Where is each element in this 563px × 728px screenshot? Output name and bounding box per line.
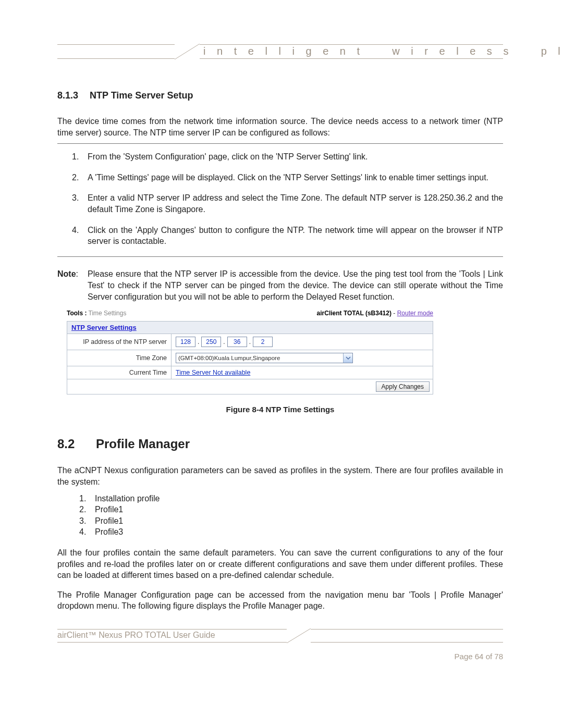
footer-doc-title: airClient™ Nexus PRO TOTAL User Guide <box>57 631 215 640</box>
note-block: Note: Please ensure that the NTP server … <box>57 268 503 303</box>
figure-ntp-settings: Tools : Time Settings airClient TOTAL (s… <box>57 310 503 414</box>
section82-para2: All the four profiles contain the same d… <box>57 547 503 581</box>
list-item: Profile3 <box>95 526 503 538</box>
note-body: Please ensure that the NTP server IP is … <box>88 268 503 303</box>
ip-octet-2[interactable] <box>201 337 221 347</box>
heading-82: 8.2Profile Manager <box>57 437 503 451</box>
step-item: Enter a valid NTP server IP address and … <box>88 192 503 215</box>
heading-title: NTP Time Server Setup <box>90 90 193 101</box>
heading-number: 8.2 <box>57 437 96 451</box>
intro-paragraph: The device time comes from the network t… <box>57 116 503 138</box>
label-ip: IP address of the NTP server <box>67 334 172 350</box>
label-timezone: Time Zone <box>67 350 172 366</box>
page-header: i n t e l l i g e n t w i r e l e s s p … <box>57 44 503 59</box>
divider <box>57 143 503 144</box>
step-item: A 'Time Settings' page will be displayed… <box>88 172 503 183</box>
page-content: i n t e l l i g e n t w i r e l e s s p … <box>57 44 503 617</box>
note-label: Note <box>57 269 76 278</box>
step-item: From the 'System Configuration' page, cl… <box>88 151 503 163</box>
ip-octet-4[interactable] <box>253 337 273 347</box>
breadcrumb-tools: Tools : <box>67 310 87 317</box>
list-item: Profile1 <box>95 504 503 515</box>
label-current-time: Current Time <box>67 366 172 379</box>
heading-813: 8.1.3NTP Time Server Setup <box>57 90 503 101</box>
steps-list: From the 'System Configuration' page, cl… <box>57 151 503 247</box>
section82-intro: The aCNPT Nexus configuration parameters… <box>57 465 503 487</box>
svg-line-1 <box>287 628 311 643</box>
router-mode-link[interactable]: Router mode <box>397 310 433 317</box>
header-tagline: i n t e l l i g e n t w i r e l e s s p … <box>203 45 503 57</box>
settings-table: NTP Server Settings IP address of the NT… <box>67 321 433 394</box>
apply-changes-button[interactable]: Apply Changes <box>376 381 430 392</box>
embedded-ui: Tools : Time Settings airClient TOTAL (s… <box>67 310 433 394</box>
page-footer: airClient™ Nexus PRO TOTAL User Guide Pa… <box>57 629 503 643</box>
section82-para3: The Profile Manager Configuration page c… <box>57 589 503 612</box>
footer-page-number: Page 64 of 78 <box>455 652 503 661</box>
breadcrumb: Tools : Time Settings <box>67 310 126 317</box>
timezone-value: (GMT+08:00)Kuala Lumpur,Singapore <box>176 355 343 361</box>
svg-line-0 <box>175 44 200 59</box>
heading-title: Profile Manager <box>96 437 190 451</box>
current-time-value[interactable]: Time Server Not available <box>176 369 250 376</box>
ip-input-group: . . . <box>176 337 429 347</box>
profiles-list: Installation profile Profile1 Profile1 P… <box>57 493 503 538</box>
divider <box>57 256 503 257</box>
chevron-down-icon <box>343 353 352 363</box>
list-item: Profile1 <box>95 515 503 527</box>
ip-octet-3[interactable] <box>227 337 247 347</box>
list-item: Installation profile <box>95 493 503 504</box>
product-name: airClient TOTAL (sB3412) <box>317 310 391 317</box>
ntp-server-settings-link[interactable]: NTP Server Settings <box>71 324 137 331</box>
step-item: Click on the 'Apply Changes' button to c… <box>88 225 503 247</box>
device-mode: airClient TOTAL (sB3412) - Router mode <box>317 310 433 317</box>
breadcrumb-page: Time Settings <box>87 310 126 317</box>
figure-caption: Figure 8-4 NTP Time Settings <box>57 405 503 414</box>
mode-separator: - <box>391 310 397 317</box>
ip-octet-1[interactable] <box>176 337 195 347</box>
heading-number: 8.1.3 <box>57 90 90 101</box>
timezone-select[interactable]: (GMT+08:00)Kuala Lumpur,Singapore <box>176 353 353 363</box>
